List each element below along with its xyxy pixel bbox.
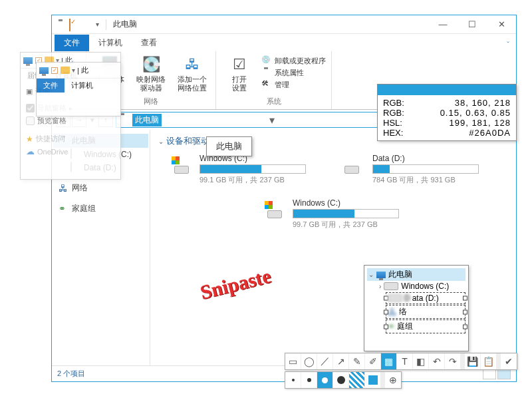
hex-value: #26A0DA (410, 128, 511, 138)
ft-c[interactable]: ›Windows (C:) (367, 281, 466, 292)
hsl-value: 199, 181, 128 (410, 118, 511, 128)
tool-rect[interactable]: ▭ (285, 353, 301, 369)
status-text: 2 个项目 (57, 369, 85, 379)
uninstall-icon: 💿 (261, 55, 272, 66)
monitor-icon (261, 67, 272, 78)
drive-name: Windows (C:) (293, 198, 411, 208)
minimize-button[interactable]: — (428, 15, 458, 34)
tool-marker[interactable]: ✐ (365, 353, 381, 369)
cloud-icon: ☁ (26, 146, 35, 156)
app-icon (56, 19, 66, 30)
address-bar[interactable]: 此电脑 ▾ ⟳ (116, 112, 396, 128)
drive-usage-bar (293, 209, 399, 218)
uninstall-button[interactable]: 💿卸载或更改程序 (261, 55, 326, 66)
window-title: 此电脑 (113, 19, 137, 30)
ghost-preview-checkbox (26, 116, 35, 125)
size-small[interactable] (285, 372, 301, 388)
drive-item[interactable]: Windows (C:) 99.1 GB 可用，共 237 GB (172, 154, 318, 185)
group-system-label: 系统 (267, 97, 281, 106)
rgb-value: 38, 160, 218 (410, 98, 511, 108)
tab-computer[interactable]: 计算机 (89, 35, 132, 51)
drive-subtext: 784 GB 可用，共 931 GB (372, 175, 491, 185)
maximize-button[interactable]: ☐ (458, 15, 487, 34)
tree-homegroup[interactable]: ⚭家庭组 (53, 202, 148, 216)
drive-network-icon: 💽 (140, 54, 162, 75)
disk-icon (265, 198, 289, 222)
ghost-window-2: ▾ | 此 文件计算机 (36, 62, 121, 116)
manage-icon: 🛠 (261, 79, 272, 90)
homegroup-icon: ⚭ (59, 204, 69, 214)
drive-name: Data (D:) (372, 154, 491, 163)
tab-view[interactable]: 查看 (132, 35, 166, 51)
map-drive-button[interactable]: 💽 映射网络 驱动器 (133, 54, 169, 93)
ribbon-tabs: 文件 计算机 查看 ˇ (52, 34, 516, 51)
tool-eraser[interactable]: ◧ (413, 353, 429, 369)
color-info-popup: RGB:38, 160, 218 RGB:0.15, 0.63, 0.85 HS… (377, 84, 517, 141)
tool-confirm[interactable]: ✔ (501, 353, 517, 369)
size-large[interactable] (317, 372, 333, 388)
tree-network[interactable]: 🖧网络 (53, 181, 148, 195)
tool-pin[interactable]: 📋 (481, 353, 497, 369)
drive-item[interactable]: Data (D:) 784 GB 可用，共 931 GB (344, 154, 491, 185)
ribbon-collapse-icon[interactable]: ˇ (500, 38, 516, 51)
tool-undo[interactable]: ↶ (429, 353, 445, 369)
tab-file[interactable]: 文件 (55, 35, 89, 51)
chevron-down-icon: ⌄ (158, 138, 164, 145)
titlebar: ▾ 此电脑 — ☐ ✕ (52, 15, 516, 34)
color-sample-bar (378, 85, 516, 95)
size-medium[interactable] (301, 372, 317, 388)
close-button[interactable]: ✕ (487, 15, 516, 34)
group-network-label: 网络 (144, 97, 158, 106)
rgbf-value: 0.15, 0.63, 0.85 (410, 108, 511, 118)
tool-ellipse[interactable]: ◯ (301, 353, 317, 369)
dropdown-icon[interactable]: ▾ (265, 114, 279, 126)
open-settings-button[interactable]: ☑ 打开 设置 (221, 54, 257, 93)
ghost-tab-computer: 计算机 (65, 79, 100, 93)
drive-usage-bar (372, 164, 479, 174)
star-icon: ★ (26, 134, 33, 144)
add-location-button[interactable]: 🖧 添加一个 网络位置 (174, 54, 210, 93)
tool-mosaic[interactable]: ▦ (381, 353, 397, 369)
ft-root[interactable]: ⌄此电脑 (367, 268, 466, 281)
disk-icon (172, 154, 196, 178)
drive-subtext: 99.1 GB 可用，共 237 GB (200, 175, 318, 185)
tool-line[interactable]: ／ (317, 353, 333, 369)
size-xl[interactable] (333, 372, 349, 388)
system-properties-button[interactable]: 系统属性 (261, 67, 326, 78)
disk-icon (344, 154, 368, 178)
ghost-tab-file: 文件 (37, 79, 65, 93)
manage-button[interactable]: 🛠管理 (261, 79, 326, 90)
tool-pencil[interactable]: ✎ (349, 353, 365, 369)
network-icon: 🖧 (59, 183, 69, 194)
qat-newfolder-icon[interactable] (82, 19, 93, 30)
tool-text[interactable]: T (397, 353, 413, 369)
address-text: 此电脑 (132, 114, 162, 126)
mosaic-pattern[interactable] (349, 372, 365, 388)
color-swatch[interactable] (365, 372, 381, 388)
snipaste-toolbar: ▭ ◯ ／ ↗ ✎ ✐ ▦ T ◧ ↶ ↷ 💾 📋 ✔ ⊕ (285, 353, 517, 389)
tool-redo[interactable]: ↷ (445, 353, 461, 369)
ft-net-selection[interactable]: 🖧络 (386, 305, 466, 319)
ft-hg-selection[interactable]: ⚭庭组 (386, 319, 466, 333)
floating-tree-panel[interactable]: ⌄此电脑 ›Windows (C:) Data (D:) 🖧络 ⚭庭组 (364, 265, 469, 351)
tool-save[interactable]: 💾 (465, 353, 481, 369)
ft-d-selection[interactable]: Data (D:) (386, 292, 466, 304)
drive-usage-bar (200, 164, 306, 174)
qat-customize-icon[interactable]: ▾ (96, 21, 99, 28)
network-location-icon: 🖧 (182, 54, 203, 75)
tooltip: 此电脑 (206, 136, 252, 156)
drive-item[interactable]: Windows (C:) 99.7 GB 可用，共 237 GB (265, 198, 411, 230)
qat-properties-icon[interactable] (69, 19, 80, 30)
drive-subtext: 99.7 GB 可用，共 237 GB (293, 220, 411, 230)
settings-icon: ☑ (229, 54, 250, 75)
tool-crosshair[interactable]: ⊕ (385, 372, 401, 388)
ghost-nav-checkbox (26, 104, 35, 112)
tool-arrow[interactable]: ↗ (333, 353, 349, 369)
